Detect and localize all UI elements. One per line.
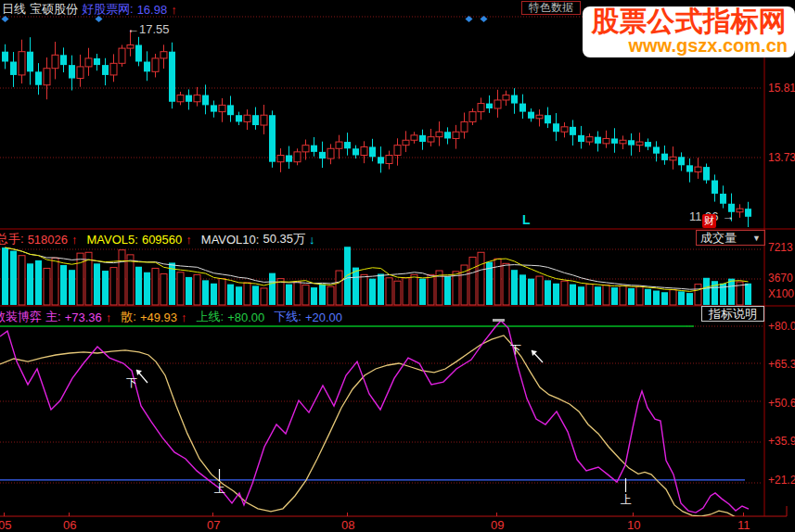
- diamond-signal-icon: [481, 16, 488, 22]
- zongshou-label: 总手:: [0, 231, 24, 247]
- zongshou-value: 518026: [28, 233, 68, 247]
- feature-data-button[interactable]: 特色数据: [521, 1, 581, 15]
- volume-type-dropdown[interactable]: 成交量 ▼: [696, 230, 765, 246]
- san-value: +49.93: [140, 310, 177, 324]
- peak-price-label: ←17.55: [127, 22, 170, 36]
- title-bar: 日线 宝硕股份 好股票网: 16.98 ↑: [2, 1, 181, 18]
- mavol5-value: 609560: [142, 233, 182, 247]
- upper-line-label: 上线:: [197, 309, 224, 325]
- lower-line-value: +20.00: [305, 310, 342, 324]
- diamond-signal-icon: [466, 16, 473, 22]
- site-label: 好股票网:: [82, 1, 134, 18]
- stock-app-window: 下下上上 日线 宝硕股份 好股票网: 16.98 ↑ 特色数据 股票公式指标网 …: [0, 0, 795, 532]
- month-label: 11: [737, 518, 750, 532]
- stock-name: 宝硕股份: [30, 1, 78, 18]
- chart-canvas: 下下上上: [0, 0, 795, 532]
- signal-marker: 下: [510, 343, 521, 356]
- month-label: 06: [63, 518, 76, 532]
- month-label: 09: [491, 518, 504, 532]
- zhu-arrow-icon: ↑: [106, 310, 112, 324]
- san-arrow-icon: ↑: [181, 310, 187, 324]
- indicator-name[interactable]: 散装博弈: [0, 309, 42, 325]
- period-label[interactable]: 日线: [2, 1, 26, 18]
- month-label: 10: [627, 518, 640, 532]
- indicator-axis-label: +80.0: [768, 320, 795, 333]
- indicator-axis-label: +21.2: [768, 474, 795, 487]
- volume-axis-label: 3670: [768, 272, 793, 285]
- mavol5-label: MAVOL5:: [87, 233, 138, 247]
- mavol10-arrow-icon: ↓: [309, 233, 315, 247]
- low-point-marker: L: [522, 212, 531, 227]
- month-label: 05: [0, 518, 11, 532]
- cai-news-icon[interactable]: 财: [702, 214, 716, 228]
- indicator-axis-label: +65.3: [768, 358, 795, 371]
- zongshou-arrow-icon: ↑: [71, 233, 78, 247]
- mavol5-arrow-icon: ↑: [186, 233, 192, 247]
- price-axis-label: 15.81: [768, 82, 795, 95]
- san-label: 散:: [121, 309, 136, 325]
- mavol10-label: MAVOL10:: [201, 233, 260, 247]
- month-label: 07: [207, 518, 220, 532]
- watermark-url[interactable]: www.gszx.com.cn: [583, 36, 795, 55]
- volume-header: 总手: 518026 ↑ MAVOL5: 609560 ↑ MAVOL10: 5…: [0, 231, 318, 247]
- mavol10-value: 50.35万: [263, 231, 305, 247]
- watermark[interactable]: 股票公式指标网 www.gszx.com.cn: [583, 6, 795, 57]
- signal-marker: 上: [621, 493, 632, 506]
- price-axis-label: 13.73: [768, 151, 795, 164]
- site-price: 16.98: [137, 3, 168, 17]
- month-label: 08: [341, 518, 354, 532]
- volume-axis-label: 7213: [768, 241, 793, 254]
- indicator-axis-label: +50.6: [768, 397, 795, 410]
- chevron-down-icon: ▼: [752, 234, 761, 243]
- indicator-axis-label: +35.9: [768, 435, 795, 448]
- indicator-help-button[interactable]: 指标说明: [701, 306, 764, 322]
- zhu-label: 主:: [45, 309, 61, 325]
- volume-dropdown-label: 成交量: [700, 230, 737, 247]
- signal-marker: 上: [214, 482, 225, 495]
- lower-line-label: 下线:: [274, 309, 301, 325]
- price-up-arrow-icon: ↑: [171, 3, 177, 17]
- volume-axis-label: X100: [768, 287, 794, 300]
- signal-marker: 下: [126, 376, 137, 389]
- upper-line-value: +80.00: [227, 310, 264, 324]
- watermark-title: 股票公式指标网: [583, 6, 795, 36]
- zhu-value: +73.36: [65, 310, 102, 324]
- indicator-header: 散装博弈 主: +73.36 ↑ 散: +49.93 ↑ 上线: +80.00 …: [0, 309, 346, 325]
